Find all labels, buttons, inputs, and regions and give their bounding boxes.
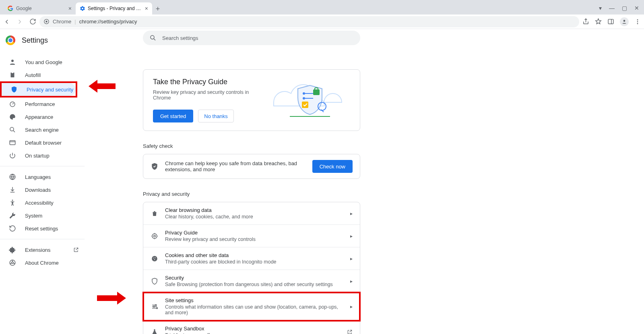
sidebar-item-label: On startup [25,153,50,159]
row-subtitle: Third-party cookies are blocked in Incog… [165,259,344,265]
search-icon [149,34,157,41]
bookmark-icon[interactable] [595,18,602,25]
sidebar-item-system[interactable]: System [0,209,85,222]
chrome-logo-icon [6,35,15,45]
svg-rect-8 [11,73,14,77]
chevron-right-icon: ▸ [350,233,353,239]
check-now-button[interactable]: Check now [312,160,353,173]
sidebar-item-you-and-google[interactable]: You and Google [0,56,85,68]
sidebar-item-performance[interactable]: Performance [0,98,85,110]
minimize-icon[interactable]: — [609,5,615,11]
sidebar-item-about-chrome[interactable]: About Chrome [0,256,85,269]
external-link-icon [73,247,79,253]
sidebar-divider [0,166,85,166]
row-title: Site settings [165,297,344,303]
shield-check-icon [151,162,159,170]
omnibox[interactable]: Chrome | chrome://settings/privacy [39,16,579,27]
close-window-icon[interactable]: ✕ [634,5,639,11]
svg-point-16 [12,262,14,264]
settings-sidebar: You and Google Autofill Privacy and secu… [0,52,85,334]
row-site-settings[interactable]: Site settingsControls what information s… [143,293,360,321]
privacy-guide-subtitle: Review key privacy and security controls… [153,89,262,101]
new-tab-button[interactable]: + [152,3,163,15]
maximize-icon[interactable]: ▢ [622,5,627,11]
svg-point-4 [637,19,638,21]
row-cookies[interactable]: Cookies and other site dataThird-party c… [143,247,360,270]
svg-point-7 [11,60,14,62]
chevron-right-icon: ▸ [350,304,353,309]
sidebar-item-default-browser[interactable]: Default browser [0,136,85,149]
svg-point-19 [303,97,305,100]
sidebar-item-on-startup[interactable]: On startup [0,149,85,162]
page-title: Settings [22,36,48,45]
privacy-guide-title: Take the Privacy Guide [153,78,262,86]
row-title: Privacy Guide [165,230,344,236]
forward-icon[interactable] [16,18,23,25]
svg-point-1 [45,21,47,22]
browser-icon [9,139,16,146]
back-icon[interactable] [3,18,10,25]
accessibility-icon [9,199,16,206]
kebab-menu-icon[interactable] [634,19,641,25]
sidebar-item-label: Extensions [25,247,51,253]
row-privacy-sandbox[interactable]: Privacy SandboxTrial features are off [143,321,360,334]
svg-point-28 [154,259,155,260]
sidebar-item-label: Languages [25,174,51,180]
svg-point-6 [637,23,638,24]
svg-point-23 [152,234,157,239]
chrome-scheme-icon [43,19,50,25]
svg-point-14 [12,200,13,201]
sidebar-item-accessibility[interactable]: Accessibility [0,196,85,209]
sidebar-item-label: Default browser [25,140,62,146]
row-subtitle: Clear history, cookies, cache, and more [165,214,344,220]
sidebar-divider [0,239,85,239]
share-icon[interactable] [582,18,589,25]
sidebar-item-autofill[interactable]: Autofill [0,68,85,81]
chevron-down-icon[interactable]: ▾ [599,5,602,11]
sidebar-item-label: Autofill [25,72,41,78]
close-tab-icon[interactable]: × [68,5,72,12]
sidebar-item-appearance[interactable]: Appearance [0,110,85,123]
annotation-arrow-site-settings [97,292,126,305]
sidebar-item-reset[interactable]: Reset settings [0,222,85,235]
globe-icon [9,173,16,180]
tab-settings-privacy[interactable]: Settings - Privacy and security × [76,2,152,15]
sidebar-item-extensions[interactable]: Extensions [0,243,85,256]
window-controls: ▾ — ▢ ✕ [599,5,641,15]
sidebar-item-label: You and Google [25,59,62,65]
row-clear-browsing-data[interactable]: Clear browsing dataClear history, cookie… [143,202,360,225]
sidebar-item-privacy-security[interactable]: Privacy and security [2,83,76,96]
target-icon [151,232,159,240]
row-title: Clear browsing data [165,207,344,213]
svg-point-5 [637,21,638,22]
side-panel-icon[interactable] [607,18,614,25]
no-thanks-button[interactable]: No thanks [198,110,234,122]
tune-icon [151,303,159,310]
chevron-right-icon: ▸ [350,278,353,284]
sidebar-item-downloads[interactable]: Downloads [0,183,85,196]
row-title: Cookies and other site data [165,252,344,258]
get-started-button[interactable]: Get started [153,110,193,122]
privacy-guide-card: Take the Privacy Guide Review key privac… [143,69,360,131]
wrench-icon [9,212,16,219]
sidebar-item-label: Downloads [25,187,51,193]
row-subtitle: Safe Browsing (protection from dangerous… [165,282,344,287]
settings-search[interactable]: Search settings [143,31,360,45]
svg-rect-9 [12,72,14,73]
puzzle-icon [9,246,16,253]
cookie-icon [151,255,159,262]
tab-google[interactable]: Google × [3,2,76,15]
row-security[interactable]: SecuritySafe Browsing (protection from d… [143,270,360,293]
profile-avatar[interactable] [620,17,629,26]
close-tab-icon[interactable]: × [145,5,148,12]
sidebar-item-search-engine[interactable]: Search engine [0,123,85,136]
external-link-icon [347,329,353,334]
settings-main: Search settings Take the Privacy Guide R… [85,52,419,334]
reload-icon[interactable] [29,18,36,25]
svg-point-24 [154,235,156,237]
row-subtitle: Controls what information sites can use … [165,304,344,315]
omnibox-url: chrome://settings/privacy [79,19,137,25]
row-privacy-guide[interactable]: Privacy GuideReview key privacy and secu… [143,225,360,247]
chevron-right-icon: ▸ [350,211,353,216]
sidebar-item-languages[interactable]: Languages [0,170,85,183]
